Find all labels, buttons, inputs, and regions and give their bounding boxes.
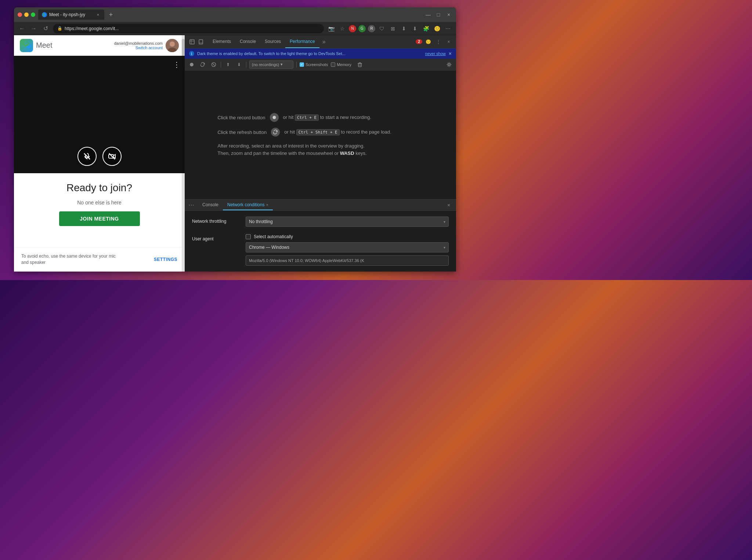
url-bar[interactable]: 🔒 https://meet.google.com/it...	[53, 24, 324, 33]
tab-console[interactable]: Console	[235, 35, 260, 48]
drawer-tab-controls: ×	[444, 200, 456, 210]
window-maximize-button[interactable]: □	[435, 11, 442, 18]
camera-icon[interactable]: 📷	[327, 24, 336, 33]
svg-line-13	[213, 63, 215, 66]
recordings-selector[interactable]: (no recordings) ▾	[249, 61, 293, 69]
clear-recordings-button[interactable]	[356, 61, 364, 69]
device-toolbar-button[interactable]	[196, 37, 205, 46]
extension-icon-2[interactable]: G	[358, 25, 366, 32]
throttling-select-arrow: ▾	[444, 220, 445, 224]
upload-recording-button[interactable]: ⬆	[224, 61, 232, 69]
screenshots-label: Screenshots	[306, 62, 328, 67]
refresh-record-button[interactable]	[199, 61, 207, 69]
meet-more-options-button[interactable]: ⋮	[173, 60, 180, 69]
throttling-select[interactable]: No throttling ▾	[246, 217, 449, 227]
performance-settings-button[interactable]	[445, 61, 453, 69]
refresh-instruction-icon	[271, 128, 280, 137]
extension-icon-5[interactable]: ⊠	[388, 24, 397, 33]
tab-close-button[interactable]: ×	[95, 12, 101, 17]
maximize-traffic-light[interactable]	[31, 12, 35, 17]
devtools-tabs: Elements Console Sources Performance » 2…	[185, 35, 456, 48]
meet-join-button[interactable]: JOIN MEETING	[59, 211, 140, 226]
devtools-close-button[interactable]: ×	[444, 37, 453, 46]
info-banner-text: Dark theme is enabled by default. To swi…	[197, 51, 422, 56]
browser-tab-meet[interactable]: Meet - ity-npsh-jyy ×	[38, 10, 104, 20]
meet-account: daniel@mobilenations.com Switch account	[114, 39, 179, 52]
meet-avatar[interactable]	[166, 39, 179, 52]
window-close-button[interactable]: ×	[445, 11, 452, 18]
select-auto-checkbox[interactable]	[246, 234, 251, 239]
user-agent-value: Chrome — Windows	[249, 245, 289, 250]
tab-elements[interactable]: Elements	[208, 35, 235, 48]
screenshots-checkbox[interactable]	[300, 62, 304, 67]
browser-window: Meet - ity-npsh-jyy × + — □ × ← → ↺ 🔒 ht…	[14, 7, 456, 272]
meet-controls	[77, 147, 122, 166]
toolbar-separator-2	[246, 62, 246, 68]
devtools-more-button[interactable]: ⋮	[434, 37, 443, 46]
user-agent-select[interactable]: Chrome — Windows ▾	[246, 242, 449, 252]
menu-icon[interactable]: ⋯	[444, 24, 452, 33]
record-button[interactable]	[188, 61, 196, 69]
tab-performance[interactable]: Performance	[285, 35, 319, 48]
error-count-badge: 2	[416, 39, 422, 44]
meet-video-area: ⋮	[14, 56, 185, 173]
close-traffic-light[interactable]	[18, 12, 22, 17]
network-throttling-control: No throttling ▾	[246, 217, 449, 227]
devtools-tab-controls: 2 🙂 ⋮ ×	[416, 35, 456, 48]
record-kbd: Ctrl + E	[295, 114, 319, 121]
info-icon: ℹ	[189, 51, 194, 56]
minimize-traffic-light[interactable]	[24, 12, 29, 17]
forward-button[interactable]: →	[29, 24, 38, 33]
memory-checkbox[interactable]	[331, 62, 335, 67]
network-throttling-label: Network throttling	[192, 217, 240, 224]
stop-recording-button[interactable]	[210, 61, 218, 69]
drawer-tab-close-button[interactable]: ×	[266, 203, 268, 207]
meet-logo: Meet	[20, 39, 52, 52]
ua-select-arrow: ▾	[444, 246, 445, 250]
info-banner-link[interactable]: never show	[425, 51, 446, 56]
extension-icon-4[interactable]: 🛡	[377, 24, 386, 33]
meet-mute-button[interactable]	[77, 147, 97, 166]
url-text: https://meet.google.com/it...	[65, 26, 119, 31]
extension-icon-3[interactable]: R	[368, 25, 375, 32]
select-automatically-row[interactable]: Select automatically	[246, 234, 449, 239]
bookmark-icon[interactable]: ☆	[338, 24, 347, 33]
svg-point-1	[170, 41, 175, 47]
extension-icon-1[interactable]: N	[349, 25, 356, 32]
user-agent-string-input[interactable]: Mozilla/5.0 (Windows NT 10.0; WOW64) App…	[246, 255, 449, 266]
address-bar: ← → ↺ 🔒 https://meet.google.com/it... 📷 …	[14, 22, 456, 35]
new-tab-button[interactable]: +	[106, 10, 116, 20]
drawer-close-button[interactable]: ×	[444, 201, 453, 210]
drawer-more-tabs-button[interactable]: ⋯	[185, 200, 198, 210]
devtools-drawer: ⋯ Console Network conditions × ×	[185, 199, 456, 272]
tab-sources[interactable]: Sources	[260, 35, 285, 48]
devtools-smiley-button[interactable]: 🙂	[424, 37, 433, 46]
memory-checkbox-label[interactable]: Memory	[331, 62, 351, 67]
recordings-dropdown-arrow: ▾	[281, 62, 283, 67]
devtools-more-tabs-button[interactable]: »	[319, 35, 329, 48]
performance-note: After recording, select an area of inter…	[218, 142, 423, 157]
extensions-icon[interactable]: 🧩	[422, 24, 430, 33]
meet-join-section: Ready to join? No one else is here JOIN …	[14, 173, 185, 235]
drawer-tab-network-conditions[interactable]: Network conditions ×	[223, 200, 273, 210]
inspect-element-button[interactable]	[188, 37, 196, 46]
meet-switch-account-link[interactable]: Switch account	[114, 46, 163, 50]
back-button[interactable]: ←	[18, 24, 26, 33]
drawer-tab-console[interactable]: Console	[198, 200, 223, 210]
info-banner-close-button[interactable]: ×	[449, 51, 452, 57]
emoji-icon[interactable]: 🙂	[433, 24, 441, 33]
screenshots-checkbox-label[interactable]: Screenshots	[300, 62, 328, 67]
meet-camera-button[interactable]	[102, 147, 122, 166]
download-icon[interactable]: ⬇	[400, 24, 408, 33]
download-recording-button[interactable]: ⬇	[235, 61, 243, 69]
memory-label: Memory	[337, 62, 351, 67]
extension-icon-6[interactable]: ⬇	[411, 24, 419, 33]
main-content: Meet daniel@mobilenations.com Switch acc…	[14, 35, 456, 272]
refresh-button[interactable]: ↺	[41, 24, 50, 33]
traffic-lights	[18, 12, 35, 17]
meet-account-info: daniel@mobilenations.com Switch account	[114, 41, 163, 50]
toolbar-separator-1	[221, 62, 221, 68]
meet-settings-link[interactable]: SETTINGS	[154, 257, 177, 262]
window-minimize-button[interactable]: —	[424, 11, 432, 18]
tab-favicon	[42, 12, 47, 17]
